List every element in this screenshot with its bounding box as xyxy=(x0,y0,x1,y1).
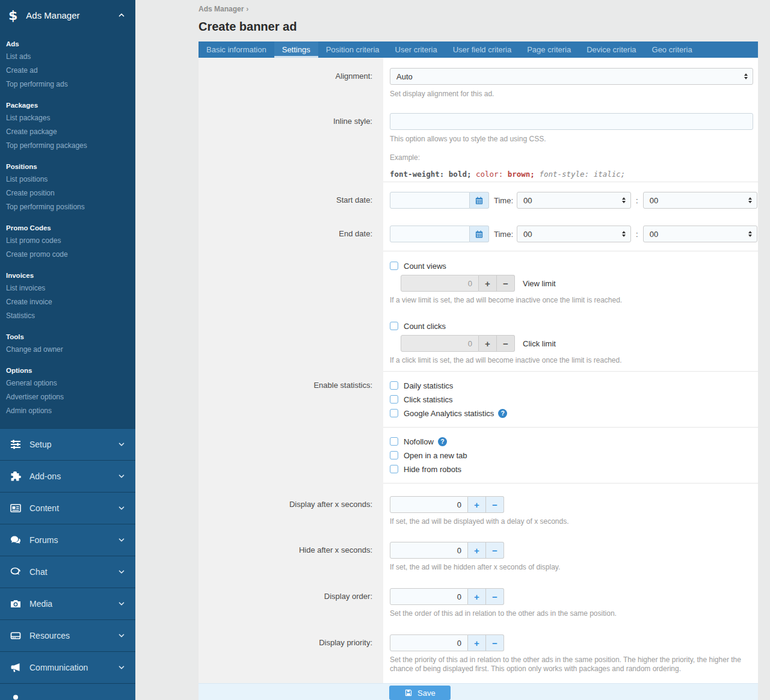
form-row-enable-statistics: Enable statistics: Daily statistics Clic… xyxy=(199,372,758,428)
start-date-input[interactable] xyxy=(390,192,470,209)
tab-device-criteria[interactable]: Device criteria xyxy=(579,41,644,58)
chevron-down-icon xyxy=(117,536,126,544)
start-hour-select[interactable]: 00 xyxy=(517,192,631,209)
inline-style-input[interactable] xyxy=(390,113,753,130)
display-order-input[interactable] xyxy=(390,588,468,605)
tab-basic-information[interactable]: Basic information xyxy=(199,41,274,58)
click-statistics-checkbox[interactable] xyxy=(390,395,398,404)
sidebar-item-statistics[interactable]: Statistics xyxy=(6,309,135,323)
field-help: Set the priority of this ad in relation … xyxy=(390,655,753,674)
decrement-button[interactable]: − xyxy=(486,588,504,605)
calendar-button[interactable] xyxy=(470,226,489,242)
menu-item-label: Add-ons xyxy=(29,471,117,481)
code-segment: font-style: italic; xyxy=(539,170,625,179)
decrement-button[interactable]: − xyxy=(497,335,515,352)
sidebar-item-list-positions[interactable]: List positions xyxy=(6,173,135,186)
sidebar-item-resources[interactable]: Resources xyxy=(0,619,135,651)
tab-user-field-criteria[interactable]: User field criteria xyxy=(445,41,520,58)
tab-geo-criteria[interactable]: Geo criteria xyxy=(644,41,700,58)
select-arrows-icon xyxy=(748,231,752,237)
sidebar-item-top-performing-packages[interactable]: Top performing packages xyxy=(6,139,135,153)
hide-after-stepper: + − xyxy=(390,542,504,559)
increment-button[interactable]: + xyxy=(468,542,486,559)
display-priority-input[interactable] xyxy=(390,634,468,651)
increment-button[interactable]: + xyxy=(468,634,486,651)
start-minute-select[interactable]: 00 xyxy=(643,192,757,209)
increment-button[interactable]: + xyxy=(468,496,486,513)
display-after-input[interactable] xyxy=(390,496,468,513)
decrement-button[interactable]: − xyxy=(486,634,504,651)
breadcrumb[interactable]: Ads Manager› xyxy=(199,0,758,13)
chevron-down-icon xyxy=(117,631,126,640)
selected-value: 00 xyxy=(650,196,745,205)
form-row-display-after: Display after x seconds: + − If set, the… xyxy=(199,484,758,526)
breadcrumb-ads-manager[interactable]: Ads Manager xyxy=(199,5,244,13)
sidebar-item-partial[interactable] xyxy=(0,683,135,700)
form-row-display-order: Display order: + − Set the order of this… xyxy=(199,572,758,618)
tab-page-criteria[interactable]: Page criteria xyxy=(519,41,579,58)
select-arrows-icon xyxy=(748,197,752,203)
sidebar-header-ads-manager[interactable]: $ Ads Manager xyxy=(0,0,135,30)
end-date-input[interactable] xyxy=(390,226,470,242)
google-analytics-statistics-checkbox[interactable] xyxy=(390,409,398,417)
tab-user-criteria[interactable]: User criteria xyxy=(387,41,445,58)
daily-statistics-checkbox[interactable] xyxy=(390,381,398,390)
sidebar-item-create-invoice[interactable]: Create invoice xyxy=(6,295,135,309)
sidebar-item-list-packages[interactable]: List packages xyxy=(6,111,135,125)
tab-settings[interactable]: Settings xyxy=(274,41,318,58)
sidebar-item-create-promo-code[interactable]: Create promo code xyxy=(6,248,135,262)
decrement-button[interactable]: − xyxy=(486,496,504,513)
sidebar-item-advertiser-options[interactable]: Advertiser options xyxy=(6,390,135,404)
sidebar-item-create-ad[interactable]: Create ad xyxy=(6,64,135,78)
sidebar-item-setup[interactable]: Setup xyxy=(0,428,135,460)
nofollow-checkbox[interactable] xyxy=(390,437,398,446)
hide-after-input[interactable] xyxy=(390,542,468,559)
start-date-picker xyxy=(390,192,489,209)
help-question-icon[interactable]: ? xyxy=(438,437,447,446)
click-limit-input[interactable] xyxy=(401,335,479,352)
sidebar-item-general-options[interactable]: General options xyxy=(6,376,135,390)
comments-icon xyxy=(10,534,22,546)
sidebar-item-admin-options[interactable]: Admin options xyxy=(6,404,135,418)
hide-from-robots-checkbox[interactable] xyxy=(390,465,398,473)
sidebar-item-top-performing-ads[interactable]: Top performing ads xyxy=(6,78,135,91)
tab-position-criteria[interactable]: Position criteria xyxy=(318,41,387,58)
calendar-icon xyxy=(475,230,484,239)
sidebar-item-list-promo-codes[interactable]: List promo codes xyxy=(6,234,135,248)
alignment-select[interactable]: Auto xyxy=(390,68,753,85)
selected-value: Auto xyxy=(396,72,741,81)
increment-button[interactable]: + xyxy=(479,275,497,292)
sidebar-item-top-performing-positions[interactable]: Top performing positions xyxy=(6,200,135,214)
sidebar-item-list-invoices[interactable]: List invoices xyxy=(6,281,135,295)
end-hour-select[interactable]: 00 xyxy=(517,226,631,242)
settings-form: Alignment: Auto Set display alignment fo… xyxy=(199,58,758,683)
view-limit-input[interactable] xyxy=(401,275,479,292)
help-question-icon[interactable]: ? xyxy=(498,409,507,418)
calendar-button[interactable] xyxy=(470,192,489,209)
sidebar-item-change-ad-owner[interactable]: Change ad owner xyxy=(6,343,135,357)
count-clicks-checkbox[interactable] xyxy=(390,322,398,330)
sidebar-item-create-package[interactable]: Create package xyxy=(6,125,135,139)
save-button[interactable]: Save xyxy=(389,686,451,700)
decrement-button[interactable]: − xyxy=(486,542,504,559)
checkbox-label: Count clicks xyxy=(404,322,446,331)
code-segment: brown; xyxy=(508,170,540,179)
sidebar-item-list-ads[interactable]: List ads xyxy=(6,50,135,64)
form-row-display-priority: Display priority: + − Set the priority o… xyxy=(199,618,758,683)
end-minute-select[interactable]: 00 xyxy=(643,226,757,242)
decrement-button[interactable]: − xyxy=(497,275,515,292)
sidebar-item-chat[interactable]: Chat xyxy=(0,556,135,588)
open-new-tab-checkbox[interactable] xyxy=(390,451,398,459)
sidebar-item-content[interactable]: Content xyxy=(0,492,135,524)
increment-button[interactable]: + xyxy=(468,588,486,605)
sidebar-item-forums[interactable]: Forums xyxy=(0,524,135,556)
sidebar-item-add-ons[interactable]: Add-ons xyxy=(0,460,135,492)
tab-bar: Basic information Settings Position crit… xyxy=(199,41,758,58)
sidebar-section-invoices: Invoices List invoices Create invoice St… xyxy=(6,269,135,323)
sidebar-item-communication[interactable]: Communication xyxy=(0,651,135,683)
sidebar-item-create-position[interactable]: Create position xyxy=(6,186,135,200)
sidebar-item-media[interactable]: Media xyxy=(0,588,135,619)
count-views-checkbox[interactable] xyxy=(390,262,398,270)
sidebar: $ Ads Manager Ads List ads Create ad Top… xyxy=(0,0,135,700)
increment-button[interactable]: + xyxy=(479,335,497,352)
